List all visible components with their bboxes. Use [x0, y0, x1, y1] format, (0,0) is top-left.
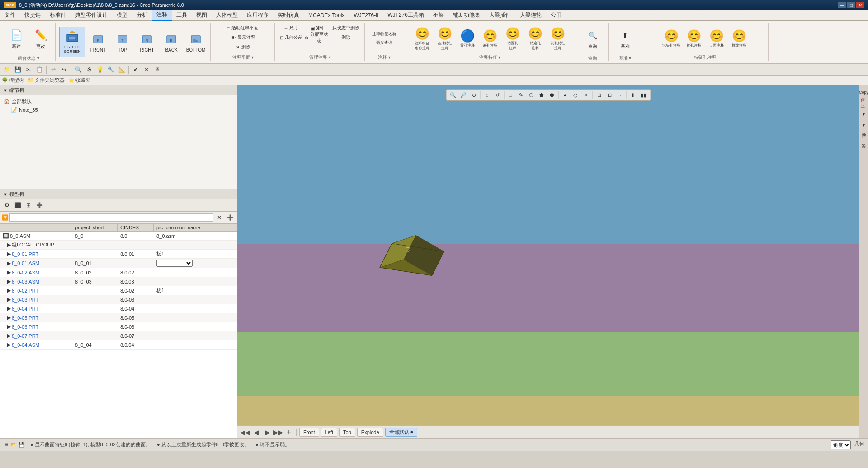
ribbon-btn-emoji4[interactable]: 😊 遍孔注释 — [479, 24, 501, 52]
rp-settings[interactable]: 设 — [859, 142, 868, 151]
tb-cut[interactable]: ✂ — [24, 65, 33, 75]
vp-btn-hex3[interactable]: ⬢ — [547, 90, 557, 99]
ribbon-btn-delete-ann[interactable]: ✕ 删除 — [216, 43, 270, 52]
menu-model[interactable]: 模型 — [112, 10, 132, 21]
menu-mcadex[interactable]: MCADEx Tools — [304, 10, 349, 21]
vp-btn-draw[interactable]: ✎ — [516, 90, 526, 99]
ribbon-btn-emoji3[interactable]: 🔵 置孔注释 — [457, 24, 478, 52]
tree-item-note35[interactable]: 📝 Note_35 — [2, 106, 235, 113]
view-btn-left[interactable]: Left — [321, 428, 337, 437]
ribbon-btn-countersink[interactable]: 😊 锥孔注释 — [683, 24, 705, 52]
menu-assist[interactable]: 辅助功能集 — [448, 10, 485, 21]
nav-next-btn[interactable]: ▶ — [263, 428, 272, 437]
vp-btn-pause[interactable]: ⏸ — [628, 90, 638, 99]
vp-btn-arrow[interactable]: → — [615, 90, 625, 99]
vp-btn-rotate[interactable]: ↺ — [492, 90, 502, 99]
table-row[interactable]: ▶ 8_0-04.PRT 8.0-04 — [0, 304, 237, 313]
tb-tools[interactable]: 🔧 — [106, 65, 116, 75]
ribbon-btn-front[interactable]: F FRONT — [86, 27, 110, 57]
table-row[interactable]: ▶ 8_0-06.PRT 8.0-06 — [0, 322, 237, 331]
ribbon-btn-edit[interactable]: ✏️ 更改 — [29, 24, 52, 54]
vp-btn-stop[interactable]: ▮▮ — [638, 90, 648, 99]
ribbon-btn-back[interactable]: B BACK — [160, 27, 183, 57]
rp-stop-btn[interactable]: 停止 — [860, 98, 868, 108]
ribbon-btn-emoji5[interactable]: 😊 钻置孔注释 — [502, 24, 524, 52]
ribbon-btn-dimension[interactable]: ↔ 尺寸 — [278, 24, 303, 33]
vp-btn-star[interactable]: ✦ — [581, 90, 591, 99]
ribbon-btn-top[interactable]: T TOP — [111, 27, 134, 57]
mt-settings-btn[interactable]: ⚙ — [2, 200, 12, 210]
vp-btn-zoom-in[interactable]: 🔍 — [448, 90, 458, 99]
ribbon-btn-show-ann[interactable]: 👁 显示注释 — [216, 33, 270, 42]
view-btn-default[interactable]: 全部默认 ● — [385, 428, 418, 437]
vp-btn-plus[interactable]: ⊞ — [594, 90, 604, 99]
sub-folder-tab[interactable]: 📁 文件夹浏览器 — [28, 77, 65, 84]
tb-new[interactable]: 📁 — [2, 65, 12, 75]
table-row[interactable]: ▶ 8_0-04.ASM 8_0_04 8.0.04 — [0, 340, 237, 350]
menu-common[interactable]: 公用 — [546, 10, 566, 21]
filter-add-btn[interactable]: ➕ — [225, 213, 235, 222]
rp-chevron-down2[interactable]: ▾ — [859, 120, 868, 130]
mt-expand-btn[interactable]: ⊞ — [24, 200, 33, 210]
ribbon-btn-geo-tol[interactable]: ⊡ 几何公差 — [278, 33, 303, 42]
menu-analysis[interactable]: 分析 — [132, 10, 152, 21]
menu-framework[interactable]: 框架 — [429, 10, 448, 21]
ribbon-btn-bottom[interactable]: Bo BOTTOM — [184, 27, 208, 57]
tb-check[interactable]: ✔ — [131, 65, 141, 75]
view-btn-explode[interactable]: Explode — [357, 428, 383, 437]
ribbon-btn-right[interactable]: R RIGHT — [135, 27, 159, 57]
sub-favorites-tab[interactable]: ⭐ 收藏夹 — [68, 77, 90, 84]
menu-tools[interactable]: 工具 — [172, 10, 192, 21]
tree-item-default[interactable]: 🏠 全部默认 — [2, 97, 235, 106]
ribbon-btn-active-ann[interactable]: ≡ 活动注释平面 — [216, 24, 270, 33]
view-btn-front[interactable]: Front — [299, 428, 319, 437]
view-btn-top[interactable]: Top — [339, 428, 355, 437]
nav-last-btn[interactable]: ▶▶ — [274, 428, 283, 437]
feature-tree-header[interactable]: ▼ 缩节树 — [0, 85, 237, 95]
ribbon-btn-flat-to-screen[interactable]: FLAT TOSCREEN — [59, 27, 85, 57]
tb-redo[interactable]: ↪ — [59, 65, 69, 75]
ribbon-btn-query-main[interactable]: 🔍 查询 — [581, 24, 604, 54]
vp-btn-zoom-out[interactable]: 🔎 — [458, 90, 468, 99]
ribbon-btn-emoji6[interactable]: 😊 钻遍孔注释 — [524, 24, 546, 52]
close-button[interactable]: ✕ — [856, 2, 864, 8]
table-row[interactable]: ▶ 8_0-02.ASM 8_0_02 8.0.02 — [0, 268, 237, 277]
nav-prev-btn[interactable]: ◀ — [252, 428, 261, 437]
ribbon-btn-query[interactable]: 语义查询 — [368, 39, 400, 47]
tb-undo[interactable]: ↩ — [48, 65, 58, 75]
filter-input[interactable] — [9, 213, 213, 222]
vp-btn-hex2[interactable]: ⬟ — [537, 90, 547, 99]
mt-col-btn[interactable]: ⬛ — [13, 200, 23, 210]
tb-angle[interactable]: 📐 — [117, 65, 127, 75]
maximize-button[interactable]: □ — [847, 2, 855, 8]
ribbon-btn-ann-feat-name[interactable]: 注释特征名称 — [368, 30, 400, 38]
ribbon-btn-new[interactable]: 📄 新建 — [5, 24, 28, 54]
ribbon-btn-base[interactable]: ⬆ 基准 — [613, 24, 637, 54]
angle-select[interactable]: 角度 — [831, 440, 851, 449]
ribbon-btn-emoji7[interactable]: 😊 沉孔特征注释 — [547, 24, 569, 52]
table-row[interactable]: ▶ 8_0-02.PRT 8.0-02 板1 — [0, 286, 237, 295]
tb-copy[interactable]: 📋 — [34, 65, 44, 75]
ribbon-btn-remove[interactable]: 删除 — [330, 33, 362, 42]
table-row[interactable]: ▶ 8_0-07.PRT 8.0-07 — [0, 331, 237, 340]
tb-save[interactable]: 💾 — [13, 65, 23, 75]
tb-light[interactable]: 💡 — [95, 65, 105, 75]
menu-wjt276-tools[interactable]: WJT276工具箱 — [383, 10, 429, 21]
menu-typical[interactable]: 典型零件设计 — [71, 10, 112, 21]
viewport[interactable]: 🔍 🔎 ⊙ ⌂ ↺ □ ✎ ⬡ ⬟ ⬢ ● ◎ — [237, 85, 859, 438]
rp-chevron-down[interactable]: ▾ — [859, 109, 868, 119]
vp-btn-circle[interactable]: ● — [560, 90, 570, 99]
menu-view[interactable]: 视图 — [192, 10, 212, 21]
table-row[interactable]: ▶ 8_0-03.ASM 8_0_03 8.0.03 — [0, 277, 237, 286]
table-row[interactable]: ▶ 组LOCAL_GROUP — [0, 241, 237, 250]
ribbon-btn-counterbore[interactable]: 😊 沉头孔注释 — [660, 24, 682, 52]
menu-apps[interactable]: 应用程序 — [242, 10, 273, 21]
menu-wjt276[interactable]: WJT276-Ⅱ — [349, 10, 383, 21]
ribbon-btn-assign[interactable]: ⊕ 分配至状态 — [304, 33, 329, 42]
ribbon-btn-emoji2[interactable]: 😊 基准特征注释 — [434, 24, 456, 52]
menu-file[interactable]: 文件 — [0, 10, 20, 21]
ribbon-btn-from-state[interactable]: 从状态中删除 — [330, 24, 362, 33]
nav-first-btn[interactable]: ◀◀ — [241, 428, 250, 437]
ribbon-btn-spotface[interactable]: 😊 点面注释 — [706, 24, 727, 52]
menu-shortcut[interactable]: 快捷键 — [20, 10, 45, 21]
